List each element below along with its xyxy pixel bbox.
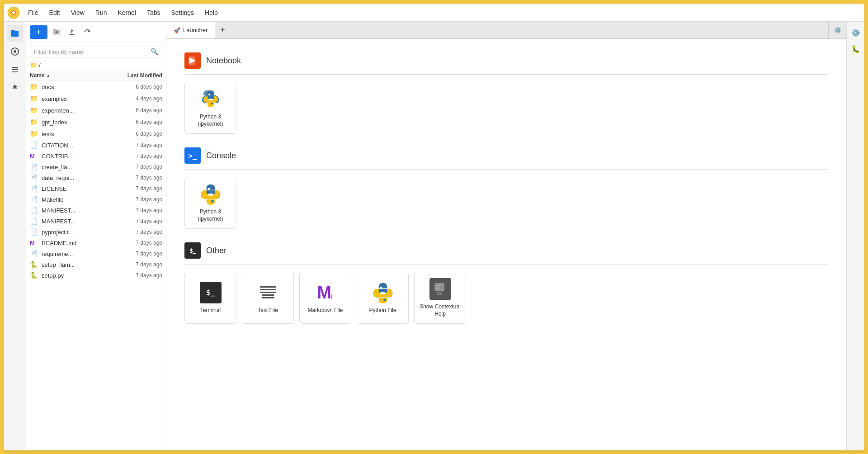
refresh-button[interactable]: [81, 26, 94, 38]
menu-run[interactable]: Run: [91, 7, 112, 18]
console-section-header: >_ Console: [184, 147, 828, 164]
other-section-title: Other: [206, 246, 226, 255]
list-item[interactable]: 📄 MANIFEST... 7 days ago: [26, 205, 166, 216]
file-name: experimen...: [42, 107, 117, 114]
settings-icon-right[interactable]: ⚙️: [828, 22, 846, 39]
contextual-help-icon: [429, 278, 451, 300]
menu-edit[interactable]: Edit: [45, 7, 65, 18]
right-toolbar-settings[interactable]: ⚙️: [849, 25, 863, 40]
list-item[interactable]: 📁 tests 6 days ago: [26, 128, 166, 140]
file-icon: 📄: [30, 207, 39, 214]
new-launcher-button[interactable]: + python3-notebook: [30, 25, 47, 39]
other-section-icon: $_: [184, 242, 201, 259]
file-icon: 📁: [30, 83, 39, 91]
list-item[interactable]: 📄 MANIFEST... 7 days ago: [26, 216, 166, 227]
svg-rect-19: [437, 292, 442, 295]
search-input[interactable]: [34, 48, 151, 55]
file-date: 7 days ago: [117, 185, 162, 192]
file-icon: 🐍: [30, 261, 39, 268]
search-icon: 🔍: [151, 48, 158, 55]
list-item[interactable]: 📁 gpt_index 6 days ago: [26, 116, 166, 128]
sidebar-item-running[interactable]: [7, 43, 23, 60]
list-item[interactable]: 📄 LICENSE 7 days ago: [26, 183, 166, 194]
python-file-icon: [372, 282, 394, 303]
terminal-card[interactable]: $_ Terminal: [184, 272, 236, 324]
markdown-file-card[interactable]: M ↓ Markdown File: [299, 272, 351, 324]
new-folder-button[interactable]: [50, 26, 63, 38]
file-icon: 📄: [30, 142, 39, 149]
list-item[interactable]: 📄 pyproject.t... 7 days ago: [26, 227, 166, 237]
list-item[interactable]: 📁 examples 4 days ago: [26, 93, 166, 104]
list-item[interactable]: 🐍 setup_llam... 7 days ago: [26, 259, 166, 270]
file-date: 7 days ago: [117, 142, 162, 148]
python-logo-icon: [200, 88, 222, 110]
list-item[interactable]: 📁 experimen... 6 days ago: [26, 104, 166, 116]
search-box[interactable]: 🔍: [30, 46, 162, 57]
list-item[interactable]: 📄 create_lla... 7 days ago: [26, 161, 166, 172]
file-icon: M: [30, 239, 39, 246]
breadcrumb-folder-icon: 📁: [30, 62, 37, 69]
terminal-icon: $_: [200, 282, 222, 303]
menu-settings[interactable]: Settings: [167, 7, 199, 18]
menu-tabs[interactable]: Tabs: [142, 7, 165, 18]
svg-rect-20: [436, 285, 441, 286]
file-name: LICENSE: [42, 185, 117, 192]
file-date: 7 days ago: [117, 218, 162, 224]
file-name: docs: [42, 84, 117, 90]
markdown-file-label: Markdown File: [307, 307, 343, 314]
svg-point-16: [383, 298, 386, 301]
file-name: requireme...: [42, 251, 117, 257]
list-item[interactable]: 📄 CITATION.... 7 days ago: [26, 140, 166, 151]
markdown-icon: M ↓: [315, 282, 336, 303]
svg-point-14: [211, 200, 213, 202]
python-console-logo-icon: [200, 183, 222, 205]
file-name: CITATION....: [42, 142, 117, 149]
file-name: gpt_index: [42, 119, 117, 126]
file-table-header: Name ▲ Last Modified: [26, 71, 166, 81]
sidebar-item-extensions[interactable]: [7, 80, 23, 96]
list-item[interactable]: M CONTRIB... 7 days ago: [26, 151, 166, 161]
text-file-card[interactable]: Text File: [242, 272, 294, 324]
file-name: data_requi...: [42, 175, 117, 181]
sidebar-item-toc[interactable]: [7, 61, 23, 78]
python-file-card[interactable]: Python File: [357, 272, 409, 324]
plus-icon: +: [36, 28, 41, 36]
menu-file[interactable]: File: [24, 7, 43, 18]
breadcrumb-path[interactable]: /: [39, 62, 41, 69]
python-file-label: Python File: [369, 307, 396, 314]
file-date: 6 days ago: [117, 107, 162, 114]
list-item[interactable]: 📄 data_requi... 7 days ago: [26, 172, 166, 183]
right-toolbar-bug[interactable]: 🐛: [849, 42, 863, 56]
tab-add-button[interactable]: +: [215, 22, 230, 38]
list-item[interactable]: 📁 docs 6 days ago: [26, 81, 166, 93]
list-item[interactable]: M README.md 7 days ago: [26, 237, 166, 248]
file-name: setup.py: [42, 272, 117, 279]
file-icon: 🐍: [30, 272, 39, 279]
col-name-header[interactable]: Name ▲: [30, 72, 117, 79]
menu-view[interactable]: View: [66, 7, 89, 18]
upload-button[interactable]: [66, 26, 78, 38]
svg-point-11: [208, 94, 210, 95]
list-item[interactable]: 🐍 setup.py 7 days ago: [26, 270, 166, 281]
file-date: 7 days ago: [117, 175, 162, 181]
menu-kernel[interactable]: Kernel: [113, 7, 140, 18]
file-icon: M: [30, 152, 39, 160]
file-icon: 📄: [30, 218, 39, 225]
file-date: 4 days ago: [117, 95, 162, 102]
python3-notebook-card[interactable]: Python 3 (ipykernel): [184, 82, 236, 134]
sidebar-item-files[interactable]: [7, 25, 23, 42]
list-item[interactable]: 📄 Makefile 7 days ago: [26, 194, 166, 205]
svg-point-12: [211, 103, 213, 104]
file-date: 7 days ago: [117, 272, 162, 279]
contextual-help-card[interactable]: Show Contextual Help: [414, 272, 466, 324]
menu-help[interactable]: Help: [200, 7, 222, 18]
svg-rect-5: [12, 69, 18, 70]
svg-rect-7: [71, 31, 72, 33]
file-icon: 📄: [30, 228, 39, 236]
python3-console-card[interactable]: Python 3 (ipykernel): [184, 177, 236, 229]
list-item[interactable]: 📄 requireme... 7 days ago: [26, 248, 166, 259]
tab-launcher[interactable]: 🚀 Launcher: [166, 22, 215, 38]
file-name: examples: [42, 95, 117, 102]
col-modified-header[interactable]: Last Modified: [117, 72, 162, 79]
file-name: pyproject.t...: [42, 229, 117, 236]
